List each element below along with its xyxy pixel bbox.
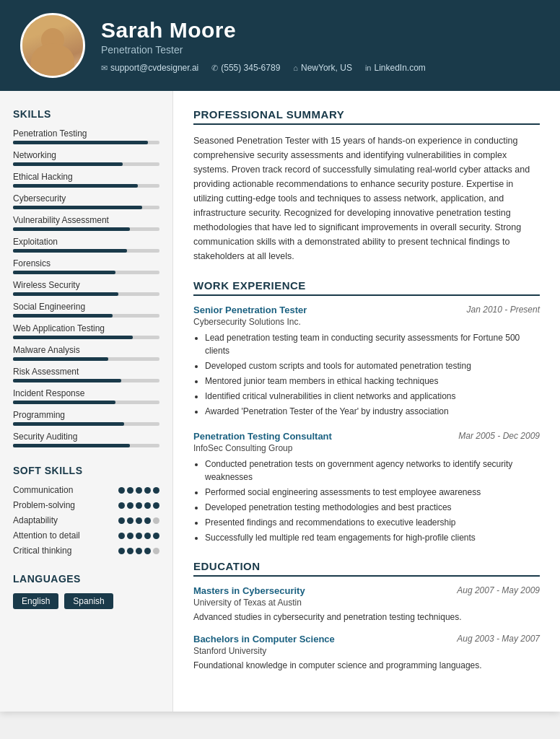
dot	[153, 502, 159, 509]
dot	[153, 517, 159, 524]
skill-bar-fill	[13, 162, 123, 166]
job-title: Penetration Testing Consultant	[193, 431, 332, 442]
resume-container: Sarah Moore Penetration Tester ✉support@…	[0, 0, 560, 712]
dot	[153, 548, 159, 554]
header-info: Sarah Moore Penetration Tester ✉support@…	[101, 18, 540, 73]
dot	[144, 533, 151, 539]
soft-skill-label: Attention to detail	[13, 530, 118, 541]
skill-item: Programming	[13, 410, 159, 426]
dot	[118, 502, 125, 509]
dot	[118, 517, 125, 524]
language-tag: English	[13, 593, 58, 609]
email-icon: ✉	[101, 64, 108, 73]
skill-bar-bg	[13, 249, 159, 253]
soft-skill-label: Communication	[13, 485, 118, 495]
contact-phone: ✆(555) 345-6789	[211, 63, 280, 73]
skill-bar-fill	[13, 314, 113, 318]
dot	[127, 533, 134, 539]
skill-bar-fill	[13, 206, 142, 209]
soft-skills-title: SOFT SKILLS	[13, 465, 159, 476]
job-bullet: Identified critical vulnerabilities in c…	[205, 390, 540, 403]
contact-linkedin: inLinkedIn.com	[365, 63, 426, 73]
job-item: Senior Penetration Tester Jan 2010 - Pre…	[193, 305, 540, 418]
languages-section: LANGUAGES EnglishSpanish	[13, 573, 159, 609]
dot	[136, 502, 142, 509]
skill-bar-bg	[13, 227, 159, 231]
edu-item: Bachelors in Computer Science Aug 2003 -…	[193, 634, 540, 672]
summary-text: Seasoned Penetration Tester with 15 year…	[193, 134, 540, 263]
job-header: Penetration Testing Consultant Mar 2005 …	[193, 431, 540, 442]
education-list: Masters in Cybersecurity Aug 2007 - May …	[193, 585, 540, 672]
education-title: EDUCATION	[193, 560, 540, 577]
skill-bar-bg	[13, 401, 159, 404]
contact-text: NewYork, US	[301, 63, 352, 73]
skill-bar-fill	[13, 271, 115, 274]
candidate-title: Penetration Tester	[101, 44, 540, 56]
skill-label: Forensics	[13, 258, 159, 268]
contact-text: (555) 345-6789	[221, 63, 280, 73]
job-bullet: Performed social engineering assessments…	[205, 486, 540, 499]
skill-label: Cybersecurity	[13, 193, 159, 204]
job-bullet: Presented findings and recommendations t…	[205, 516, 540, 529]
dot	[118, 533, 125, 539]
header: Sarah Moore Penetration Tester ✉support@…	[0, 0, 560, 91]
dots	[118, 502, 159, 509]
dots	[118, 533, 159, 539]
skill-item: Vulnerability Assessment	[13, 215, 159, 231]
avatar	[20, 13, 85, 78]
summary-title: PROFESSIONAL SUMMARY	[193, 108, 540, 125]
edu-header: Masters in Cybersecurity Aug 2007 - May …	[193, 585, 540, 596]
skill-item: Security Auditing	[13, 432, 159, 447]
skill-bar-bg	[13, 141, 159, 144]
body: SKILLS Penetration Testing Networking Et…	[0, 91, 560, 712]
education-section: EDUCATION Masters in Cybersecurity Aug 2…	[193, 560, 540, 672]
dot	[127, 548, 134, 554]
skill-bar-fill	[13, 444, 130, 447]
skill-item: Incident Response	[13, 388, 159, 404]
main-content: PROFESSIONAL SUMMARY Seasoned Penetratio…	[173, 91, 560, 712]
skills-title: SKILLS	[13, 108, 159, 120]
contact-text: support@cvdesigner.ai	[110, 63, 198, 73]
skill-bar-fill	[13, 422, 124, 426]
skill-item: Wireless Security	[13, 280, 159, 296]
job-bullet: Successfully led multiple red team engag…	[205, 531, 540, 544]
candidate-name: Sarah Moore	[101, 18, 540, 43]
job-bullet: Developed penetration testing methodolog…	[205, 501, 540, 514]
edu-dates: Aug 2003 - May 2007	[457, 634, 540, 644]
dot	[144, 502, 151, 509]
skill-item: Malware Analysis	[13, 345, 159, 361]
dot	[144, 517, 151, 524]
location-icon: ⌂	[293, 64, 298, 72]
skill-bar-fill	[13, 401, 115, 404]
edu-desc: Advanced studies in cybersecurity and pe…	[193, 611, 540, 624]
phone-icon: ✆	[211, 64, 218, 73]
contact-list: ✉support@cvdesigner.ai✆(555) 345-6789⌂Ne…	[101, 63, 540, 73]
skill-bar-fill	[13, 336, 133, 339]
edu-header: Bachelors in Computer Science Aug 2003 -…	[193, 634, 540, 644]
skill-bar-fill	[13, 292, 118, 296]
skill-label: Security Auditing	[13, 432, 159, 442]
dot	[127, 487, 134, 494]
skill-bar-fill	[13, 227, 130, 231]
job-bullets: Lead penetration testing team in conduct…	[193, 331, 540, 418]
skill-item: Penetration Testing	[13, 128, 159, 144]
dot	[136, 517, 142, 524]
languages-title: LANGUAGES	[13, 573, 159, 585]
skill-bar-bg	[13, 271, 159, 274]
dot	[136, 487, 142, 494]
soft-skill-label: Problem-solving	[13, 500, 118, 510]
skill-item: Exploitation	[13, 237, 159, 253]
contact-text: LinkedIn.com	[374, 63, 425, 73]
skill-item: Networking	[13, 150, 159, 166]
skill-label: Risk Assessment	[13, 367, 159, 377]
dot	[153, 533, 159, 539]
skill-bar-bg	[13, 314, 159, 318]
skill-label: Networking	[13, 150, 159, 160]
skill-bar-bg	[13, 206, 159, 209]
job-header: Senior Penetration Tester Jan 2010 - Pre…	[193, 305, 540, 315]
dot	[127, 517, 134, 524]
language-tags: EnglishSpanish	[13, 593, 159, 609]
dot	[136, 533, 142, 539]
linkedin-icon: in	[365, 64, 372, 72]
skill-label: Wireless Security	[13, 280, 159, 290]
